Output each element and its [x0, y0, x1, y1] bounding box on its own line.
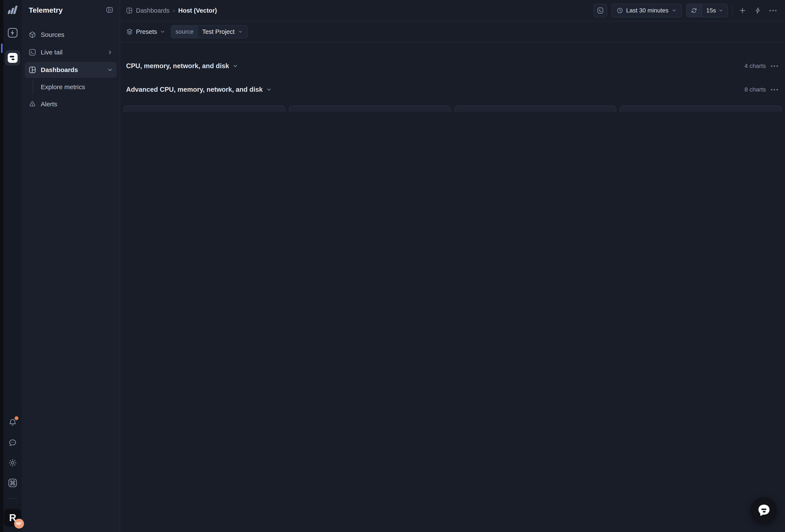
sidebar-item-explore-metrics[interactable]: Explore metrics — [33, 80, 117, 95]
refresh-button[interactable] — [687, 4, 702, 17]
sidebar-item-label: Alerts — [41, 101, 57, 108]
add-panel-button[interactable] — [737, 5, 748, 16]
dashboards-grid-icon — [126, 7, 132, 14]
rail-divider — [8, 498, 17, 499]
sidebar-item-label: Dashboards — [41, 66, 78, 74]
partial-card — [289, 105, 451, 112]
partial-card — [620, 105, 782, 112]
avatar-badge: NF — [14, 519, 24, 529]
terminal-icon — [29, 49, 36, 56]
section-header-2: Advanced CPU, memory, network, and disk … — [124, 78, 782, 101]
main-area: Dashboards › Host (Vector) Last 30 minut… — [120, 0, 785, 532]
source-filter[interactable]: source Test Project — [171, 25, 248, 38]
time-range-label: Last 30 minutes — [626, 7, 668, 14]
user-avatar[interactable]: R NF — [4, 509, 21, 526]
icon-rail: R NF — [3, 0, 22, 532]
chevron-down-icon — [672, 8, 677, 13]
next-row-preview — [124, 105, 782, 112]
source-filter-value: Test Project — [202, 28, 235, 35]
dashboard-content: CPU, memory, network, and disk 4 charts … — [120, 43, 785, 532]
refresh-control: 15s — [686, 4, 728, 17]
notifications-bell-icon[interactable] — [8, 418, 18, 427]
feedback-chat-icon[interactable] — [8, 438, 18, 448]
sidebar-item-sources[interactable]: Sources — [25, 27, 117, 43]
sidebar-nav: Sources Live tail Dashboards — [25, 27, 117, 112]
sidebar-item-dashboards[interactable]: Dashboards — [25, 62, 117, 78]
cube-icon — [29, 31, 36, 38]
source-filter-key: source — [171, 26, 198, 38]
sidebar-item-label: Explore metrics — [41, 83, 85, 91]
chevron-down-icon — [107, 67, 113, 73]
sidebar-item-label: Live tail — [41, 49, 62, 56]
topbar: Dashboards › Host (Vector) Last 30 minut… — [120, 0, 785, 21]
sidebar-item-live-tail[interactable]: Live tail — [25, 44, 117, 60]
window-edge — [0, 0, 3, 532]
chevron-right-icon — [107, 50, 113, 55]
support-chat-fab[interactable] — [751, 497, 777, 524]
notification-dot — [15, 416, 19, 420]
chevron-down-icon[interactable] — [232, 63, 238, 69]
partial-card — [455, 105, 616, 112]
bolt-nav-icon[interactable] — [6, 27, 19, 39]
refresh-interval-select[interactable]: 15s — [702, 4, 728, 17]
bolt-actions-button[interactable] — [752, 5, 764, 16]
alert-triangle-icon — [29, 101, 36, 108]
section-menu-button[interactable]: ••• — [770, 63, 779, 70]
section-chart-count: 8 charts — [744, 86, 766, 93]
telemetry-nav-icon[interactable] — [5, 50, 20, 65]
section-title: CPU, memory, network, and disk — [126, 62, 229, 70]
chevron-down-icon[interactable] — [266, 87, 272, 92]
chevron-down-icon — [238, 29, 243, 34]
chevron-right-icon: › — [173, 7, 175, 14]
brand-logo-icon — [7, 5, 18, 16]
refresh-interval-value: 15s — [706, 7, 716, 14]
app-root: R NF Telemetry Sources Live tai — [0, 0, 785, 532]
theme-sun-icon[interactable] — [8, 458, 18, 468]
filters-toolbar: Presets source Test Project — [120, 21, 785, 43]
sidebar: Telemetry Sources Live tail — [22, 0, 120, 532]
breadcrumb-current: Host (Vector) — [178, 7, 217, 14]
sidebar-title: Telemetry — [29, 6, 62, 15]
breadcrumb-dashboards[interactable]: Dashboards — [136, 7, 170, 14]
active-rail-indicator — [1, 44, 3, 53]
layers-icon — [126, 28, 133, 35]
breadcrumb: Dashboards › Host (Vector) — [126, 7, 217, 14]
time-range-picker[interactable]: Last 30 minutes — [611, 4, 682, 17]
sidebar-collapse-icon[interactable] — [106, 6, 113, 14]
kiosk-mode-button[interactable] — [593, 4, 607, 17]
chevron-down-icon — [718, 8, 723, 13]
section-title: Advanced CPU, memory, network, and disk — [126, 86, 263, 94]
clock-icon — [617, 7, 623, 14]
command-shortcuts-icon[interactable] — [8, 478, 18, 488]
presets-dropdown[interactable]: Presets — [126, 28, 165, 35]
dashboards-grid-icon — [29, 66, 36, 74]
section-header-1: CPU, memory, network, and disk 4 charts … — [124, 55, 782, 77]
partial-card — [124, 105, 285, 112]
sidebar-item-alerts[interactable]: Alerts — [25, 96, 117, 112]
sidebar-item-label: Sources — [41, 31, 64, 38]
section-menu-button[interactable]: ••• — [770, 86, 779, 93]
section-chart-count: 4 charts — [744, 62, 766, 70]
chevron-down-icon — [160, 29, 165, 34]
more-options-button[interactable]: ••• — [768, 5, 779, 16]
toolbar-divider — [732, 5, 733, 16]
presets-label: Presets — [136, 28, 157, 35]
